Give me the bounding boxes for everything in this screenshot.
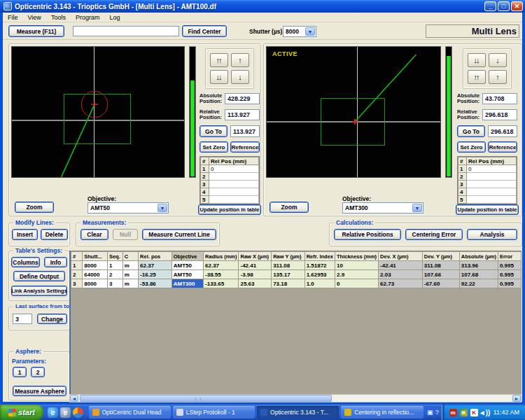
table-cell[interactable]: 313.96 <box>459 261 498 270</box>
table-row[interactable]: 2640002m-16.25AMT50-38.55-3.98135.171.62… <box>71 270 522 279</box>
table-cell[interactable]: 107.66 <box>422 270 459 279</box>
table-cell[interactable]: -42.41 <box>239 261 272 270</box>
info-button[interactable]: Info <box>44 257 67 267</box>
tray-app2-icon[interactable]: ≋ <box>460 409 468 416</box>
table-cell[interactable]: 62.37 <box>139 261 172 270</box>
scroll-left-icon[interactable]: ◄ <box>70 395 78 402</box>
table-cell[interactable]: 3 <box>107 279 122 288</box>
menu-program[interactable]: Program <box>71 13 105 22</box>
ie-icon[interactable]: e <box>48 407 58 418</box>
table-cell[interactable]: 0.995 <box>498 261 521 270</box>
set-zero-button[interactable]: Set Zero <box>200 141 228 153</box>
table-cell[interactable]: 62.73 <box>379 279 423 288</box>
table-cell[interactable]: 25.63 <box>239 279 272 288</box>
table-cell[interactable]: m <box>122 270 138 279</box>
camera-zoom-button[interactable]: Zoom <box>270 202 309 213</box>
measure-button[interactable]: Measure (F11) <box>8 25 64 37</box>
taskbar-item[interactable]: Opticentric 3.143 - T... <box>257 406 339 419</box>
table-cell[interactable]: 8000 <box>83 261 108 270</box>
go-to-field[interactable]: 113.927 <box>230 125 260 137</box>
table-cell[interactable]: 311.08 <box>422 261 459 270</box>
table-cell[interactable]: -42.41 <box>379 261 423 270</box>
col-header[interactable]: Refr. Index <box>304 252 335 261</box>
table-cell[interactable]: 1 <box>107 261 122 270</box>
stage-arrow-2-button[interactable]: ↓↓ <box>210 70 228 84</box>
update-position-button[interactable]: Update position in table <box>456 204 519 215</box>
display-icon[interactable]: ▣ <box>427 409 433 416</box>
reference-button[interactable]: Reference <box>230 141 260 153</box>
col-header[interactable]: Dev. Y (µm) <box>422 252 459 261</box>
col-header[interactable]: Shutt... <box>83 252 108 261</box>
table-cell[interactable]: 1 <box>71 261 83 270</box>
table-cell[interactable]: 10 <box>335 261 378 270</box>
col-header[interactable]: Dev. X (µm) <box>379 252 423 261</box>
table-cell[interactable]: 92.22 <box>459 279 498 288</box>
objective-dropdown[interactable]: AMT50 ▼ <box>88 202 169 214</box>
col-header[interactable]: Absolute (µm) <box>459 252 498 261</box>
taskbar-item[interactable]: Centering in reflectio... <box>341 406 423 419</box>
scrollbar-thumb[interactable] <box>80 395 332 402</box>
close-button[interactable]: ✕ <box>511 1 523 11</box>
go-to-button[interactable]: Go To <box>457 125 485 137</box>
col-header[interactable]: Error <box>498 252 521 261</box>
last-surface-field[interactable]: 3 <box>13 314 32 324</box>
col-header[interactable]: Seq. <box>107 252 122 261</box>
change-button[interactable]: Change <box>37 314 67 324</box>
objective-dropdown[interactable]: AMT300 ▼ <box>342 202 424 214</box>
col-header[interactable]: Raw Y (µm) <box>272 252 304 261</box>
stage-arrow-3-button[interactable]: ↑ <box>489 70 507 84</box>
stage-arrow-0-button[interactable]: ↓↓ <box>468 53 486 67</box>
rel-pos-table[interactable]: #Rel Pos (mm) 102345 <box>200 156 260 204</box>
table-cell[interactable]: -3.98 <box>239 270 272 279</box>
table-cell[interactable]: -53.86 <box>139 279 172 288</box>
stage-arrow-0-button[interactable]: ↑↑ <box>210 53 228 67</box>
table-cell[interactable]: -38.55 <box>204 270 239 279</box>
analysis-button[interactable]: Analysis <box>467 229 517 240</box>
go-to-field[interactable]: 296.618 <box>488 125 517 137</box>
col-header[interactable]: Objective <box>172 252 203 261</box>
help-icon[interactable]: ? <box>435 409 439 416</box>
right-camera-view[interactable]: ACTIVE <box>266 46 441 178</box>
table-cell[interactable]: 64000 <box>83 270 108 279</box>
chevron-down-icon[interactable]: ▼ <box>412 204 422 212</box>
menu-view[interactable]: View <box>23 13 46 22</box>
define-output-button[interactable]: Define Output <box>13 271 65 281</box>
stage-arrow-1-button[interactable]: ↑ <box>231 53 249 67</box>
chevron-down-icon[interactable]: ▼ <box>305 27 315 36</box>
msn-icon[interactable] <box>73 407 83 418</box>
scrollbar-track[interactable] <box>78 395 512 402</box>
table-cell[interactable]: 62.37 <box>204 261 239 270</box>
table-cell[interactable]: 0.995 <box>498 270 521 279</box>
table-cell[interactable]: 3 <box>71 279 83 288</box>
table-cell[interactable]: 8000 <box>83 279 108 288</box>
delete-button[interactable]: Delete <box>41 229 68 240</box>
table-row[interactable]: 180001m62.37AMT5062.37-42.41311.081.5187… <box>71 261 522 270</box>
insert-button[interactable]: Insert <box>12 229 38 240</box>
menu-file[interactable]: File <box>3 13 23 22</box>
centering-error-button[interactable]: Centering Error <box>405 229 463 240</box>
table-cell[interactable]: 2.9 <box>335 270 378 279</box>
taskbar-item[interactable]: LStep Protokoll - 1 <box>173 406 255 419</box>
table-cell[interactable]: 2 <box>107 270 122 279</box>
explorer-icon[interactable]: e <box>60 407 71 418</box>
minimize-button[interactable]: _ <box>484 1 496 11</box>
find-center-button[interactable]: Find Center <box>182 25 227 37</box>
table-cell[interactable]: m <box>122 261 138 270</box>
columns-button[interactable]: Columns <box>11 257 40 267</box>
maximize-button[interactable]: □ <box>498 1 510 11</box>
table-cell[interactable]: 311.08 <box>272 261 304 270</box>
table-cell[interactable]: 1.51872 <box>304 261 335 270</box>
reference-button[interactable]: Reference <box>488 141 517 153</box>
table-row[interactable]: 380003m-53.86AMT300-133.6525.6373.181.00… <box>71 279 522 288</box>
tray-antivirus-icon[interactable]: K <box>470 409 478 416</box>
table-cell[interactable]: 0.995 <box>498 279 521 288</box>
status-field[interactable] <box>73 26 179 36</box>
taskbar-item[interactable]: OptiCentric Dual Head <box>89 406 171 419</box>
col-header[interactable]: Rel. pos <box>139 252 172 261</box>
tray-app1-icon[interactable]: m <box>449 409 457 416</box>
volume-icon[interactable]: ◄)) <box>481 409 489 416</box>
shutter-dropdown[interactable]: 8000 ▼ <box>283 26 316 37</box>
table-cell[interactable]: 0 <box>335 279 378 288</box>
table-cell[interactable]: 1.0 <box>304 279 335 288</box>
rel-pos-table[interactable]: #Rel Pos (mm) 102345 <box>457 156 517 204</box>
